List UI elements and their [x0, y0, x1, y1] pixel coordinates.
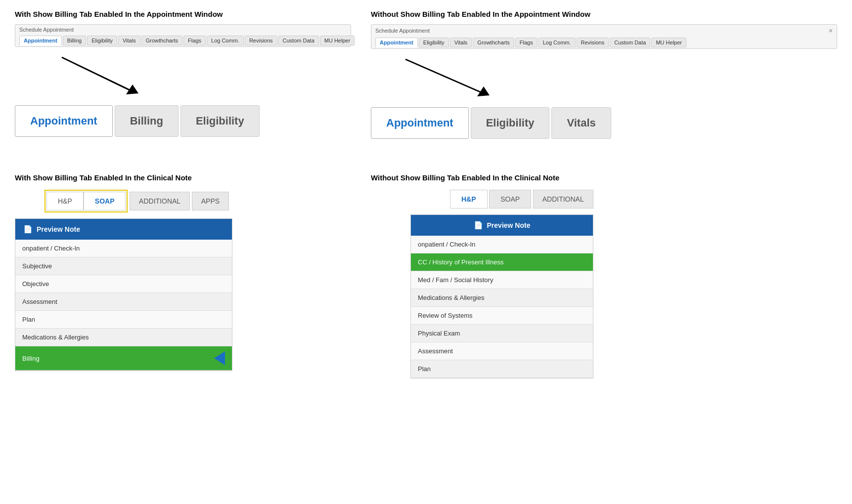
tab-eligibility-left[interactable]: Eligibility: [87, 36, 117, 45]
bottom-row: With Show Billing Tab Enabled In the Cli…: [15, 173, 837, 378]
tab-growthcharts-right[interactable]: Growthcharts: [473, 38, 514, 47]
preview-row-5-left: Plan: [15, 311, 232, 329]
preview-header-right: 📄 Preview Note: [411, 215, 593, 236]
clinical-tab-hp-left[interactable]: H&P: [46, 192, 84, 210]
annotation-area-left: [15, 55, 351, 99]
preview-panel-left: 📄 Preview Note onpatient / Check-In Subj…: [15, 218, 232, 371]
top-left-heading: With Show Billing Tab Enabled In the App…: [15, 10, 351, 18]
preview-header-left: 📄 Preview Note: [15, 219, 232, 240]
doc-icon-right: 📄: [474, 221, 483, 230]
tab-customdata-right[interactable]: Custom Data: [610, 38, 650, 47]
clinical-tab-container-left: H&P SOAP ADDITIONAL APPS: [45, 190, 351, 212]
preview-row-plan-right: Plan: [411, 360, 593, 378]
section-divider: [15, 159, 837, 173]
clinical-tab-additional-left[interactable]: ADDITIONAL: [130, 192, 190, 210]
preview-panel-right: 📄 Preview Note onpatient / Check-In CC /…: [410, 214, 593, 378]
bottom-right-section: Without Show Billing Tab Enabled In the …: [361, 173, 837, 378]
clinical-tab-additional-right[interactable]: ADDITIONAL: [533, 190, 593, 209]
tab-vitals-right[interactable]: Vitals: [450, 38, 472, 47]
clinical-tab-soap-left[interactable]: SOAP: [84, 192, 126, 210]
window-close-button[interactable]: ×: [829, 27, 833, 35]
top-right-window: Schedule Appointment × Appointment Eligi…: [371, 24, 837, 49]
clinical-tab-container-right: H&P SOAP ADDITIONAL: [450, 190, 837, 209]
preview-row-billing-left: Billing: [15, 346, 232, 371]
preview-header-text-left: Preview Note: [37, 225, 80, 233]
clinical-tab-apps-left[interactable]: APPS: [192, 192, 229, 210]
main-container: With Show Billing Tab Enabled In the App…: [0, 0, 852, 388]
tab-vitals-left[interactable]: Vitals: [118, 36, 140, 45]
tab-logcomm-left[interactable]: Log Comm.: [207, 36, 244, 45]
bottom-left-section: With Show Billing Tab Enabled In the Cli…: [15, 173, 361, 378]
tab-customdata-left[interactable]: Custom Data: [278, 36, 319, 45]
tab-revisions-left[interactable]: Revisions: [245, 36, 277, 45]
bottom-right-heading: Without Show Billing Tab Enabled In the …: [371, 173, 837, 182]
preview-row-3-left: Objective: [15, 275, 232, 293]
tab-appointment-right[interactable]: Appointment: [375, 38, 418, 47]
tab-appointment-left[interactable]: Appointment: [19, 36, 62, 45]
tab-eligibility-right[interactable]: Eligibility: [419, 38, 449, 47]
top-right-section: Without Show Billing Tab Enabled In the …: [361, 10, 837, 139]
window-title-text-right: Schedule Appointment: [375, 28, 430, 34]
top-left-big-tabs: Appointment Billing Eligibility: [15, 105, 351, 137]
big-tab-eligibility-left[interactable]: Eligibility: [180, 105, 260, 137]
arrow-svg-left: [15, 55, 163, 99]
top-right-tab-bar: Appointment Eligibility Vitals Growthcha…: [375, 37, 833, 48]
top-left-tab-bar: Appointment Billing Eligibility Vitals G…: [19, 35, 347, 46]
tab-billing-left[interactable]: Billing: [63, 36, 86, 45]
big-tab-billing-left[interactable]: Billing: [115, 105, 179, 137]
doc-icon-left: 📄: [23, 225, 33, 234]
top-left-section: With Show Billing Tab Enabled In the App…: [15, 10, 361, 139]
tab-flags-right[interactable]: Flags: [515, 38, 538, 47]
preview-row-medallergy-right: Medications & Allergies: [411, 289, 593, 307]
svg-line-0: [62, 57, 134, 92]
tab-logcomm-right[interactable]: Log Comm.: [538, 38, 576, 47]
bottom-left-heading: With Show Billing Tab Enabled In the Cli…: [15, 173, 351, 182]
arrow-svg-right: [371, 57, 519, 101]
big-tab-vitals-right[interactable]: Vitals: [551, 107, 611, 139]
preview-header-text-right: Preview Note: [487, 221, 531, 229]
billing-label: Billing: [22, 355, 40, 362]
clinical-tab-soap-right[interactable]: SOAP: [489, 190, 531, 209]
preview-row-medfam-right: Med / Fam / Social History: [411, 271, 593, 289]
preview-row-cc-right: CC / History of Present Illness: [411, 253, 593, 271]
big-tab-appointment-right[interactable]: Appointment: [371, 107, 469, 139]
preview-row-1-left: onpatient / Check-In: [15, 240, 232, 257]
clinical-tab-hp-right[interactable]: H&P: [450, 190, 488, 209]
preview-row-6-left: Medications & Allergies: [15, 329, 232, 346]
preview-row-1-right: onpatient / Check-In: [411, 236, 593, 253]
tab-revisions-right[interactable]: Revisions: [577, 38, 609, 47]
svg-line-2: [405, 59, 485, 94]
window-title-text: Schedule Appointment: [19, 27, 74, 33]
tab-growthcharts-left[interactable]: Growthcharts: [141, 36, 182, 45]
top-right-heading: Without Show Billing Tab Enabled In the …: [371, 10, 837, 18]
preview-row-ros-right: Review of Systems: [411, 307, 593, 325]
preview-row-assessment-right: Assessment: [411, 342, 593, 360]
preview-row-physexam-right: Physical Exam: [411, 325, 593, 342]
top-left-window-title: Schedule Appointment: [19, 27, 347, 33]
big-tab-eligibility-right[interactable]: Eligibility: [471, 107, 550, 139]
tab-muhelper-right[interactable]: MU Helper: [651, 38, 686, 47]
top-row: With Show Billing Tab Enabled In the App…: [15, 10, 837, 139]
annotation-area-right: [371, 57, 837, 101]
tab-muhelper-left[interactable]: MU Helper: [320, 36, 355, 45]
top-left-window: Schedule Appointment Appointment Billing…: [15, 24, 351, 47]
tab-flags-left[interactable]: Flags: [183, 36, 206, 45]
top-right-big-tabs: Appointment Eligibility Vitals: [371, 107, 837, 139]
big-tab-appointment-left[interactable]: Appointment: [15, 105, 113, 137]
preview-row-2-left: Subjective: [15, 257, 232, 275]
top-right-window-title: Schedule Appointment ×: [375, 27, 833, 35]
blue-arrow-icon: [214, 351, 225, 365]
preview-row-4-left: Assessment: [15, 293, 232, 311]
